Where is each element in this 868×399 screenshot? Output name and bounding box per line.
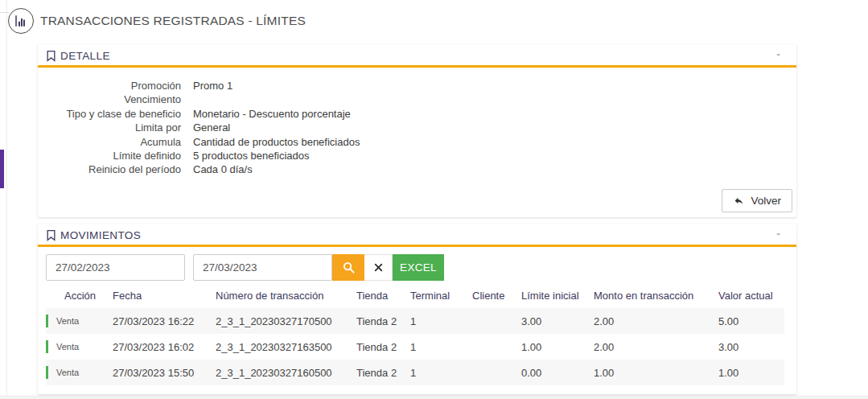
tienda-cell: Tienda 2 xyxy=(356,315,410,327)
field-value: Monetario - Descuento porcentaje xyxy=(193,107,351,121)
field-label: Limita por xyxy=(46,121,181,134)
bookmark-icon xyxy=(46,229,56,241)
field-value: Promo 1 xyxy=(193,79,232,93)
detalle-collapse-button[interactable]: - xyxy=(776,48,780,60)
search-icon xyxy=(342,261,356,274)
numero-cell: 2_3_1_20230327170500 xyxy=(216,315,356,327)
monto-cell: 1.00 xyxy=(594,367,718,379)
detalle-panel: DETALLE - Promoción Promo 1 Vencimiento … xyxy=(38,44,796,217)
field-promocion: Promoción Promo 1 xyxy=(46,79,796,93)
page-title: TRANSACCIONES REGISTRADAS - LÍMITES xyxy=(40,14,306,28)
date-from-input[interactable] xyxy=(46,254,185,281)
movimientos-table: Acción Fecha Número de transacción Tiend… xyxy=(46,283,784,385)
clear-button[interactable] xyxy=(364,254,393,281)
limite-inicial-cell: 1.00 xyxy=(521,341,594,353)
tienda-cell: Tienda 2 xyxy=(356,367,410,379)
numero-cell: 2_3_1_20230327163500 xyxy=(216,341,356,353)
field-value: General xyxy=(193,121,230,134)
fecha-cell: 27/03/2023 16:22 xyxy=(113,315,216,327)
accion-label: Venta xyxy=(56,368,79,377)
field-limite-definido: Límite definido 5 productos beneficiados xyxy=(46,149,796,162)
field-value: Cada 0 día/s xyxy=(193,162,253,176)
accion-label: Venta xyxy=(56,316,79,326)
column-header-accion: Acción xyxy=(46,290,113,302)
column-header-tienda: Tienda xyxy=(356,290,410,302)
field-label: Vencimiento xyxy=(46,93,181,106)
date-to-input[interactable] xyxy=(193,254,332,281)
accion-cell: Venta xyxy=(46,340,113,353)
field-label: Límite definido xyxy=(46,149,181,162)
field-label: Acumula xyxy=(46,135,181,149)
field-label: Tipo y clase de beneficio xyxy=(46,107,181,121)
terminal-cell: 1 xyxy=(410,367,472,379)
field-label: Promoción xyxy=(46,79,181,93)
table-row: Venta 27/03/2023 15:50 2_3_1_20230327160… xyxy=(46,360,784,385)
table-row: Venta 27/03/2023 16:22 2_3_1_20230327170… xyxy=(46,308,784,334)
volver-button-label: Volver xyxy=(751,195,781,207)
column-header-numero: Número de transacción xyxy=(216,290,356,302)
detalle-title: DETALLE xyxy=(60,50,110,62)
bar-chart-icon xyxy=(8,8,34,34)
monto-cell: 2.00 xyxy=(594,341,718,353)
row-status-indicator xyxy=(46,340,48,353)
field-limita-por: Limita por General xyxy=(46,121,796,134)
close-icon xyxy=(373,262,384,273)
excel-export-button[interactable]: EXCEL xyxy=(393,254,444,281)
fecha-cell: 27/03/2023 16:02 xyxy=(113,341,216,353)
page-header: TRANSACCIONES REGISTRADAS - LÍMITES xyxy=(8,8,306,34)
accion-cell: Venta xyxy=(46,315,113,327)
field-label: Reinicio del período xyxy=(46,162,181,176)
table-header-row: Acción Fecha Número de transacción Tiend… xyxy=(46,283,784,308)
valor-actual-cell: 5.00 xyxy=(718,315,784,327)
column-header-valor-actual: Valor actual xyxy=(718,290,784,302)
accion-label: Venta xyxy=(56,342,79,352)
table-row: Venta 27/03/2023 16:02 2_3_1_20230327163… xyxy=(46,334,784,360)
bottom-edge-strip xyxy=(0,395,868,399)
left-guide-line xyxy=(6,0,7,399)
column-header-monto: Monto en transacción xyxy=(594,290,718,302)
tienda-cell: Tienda 2 xyxy=(356,341,410,353)
terminal-cell: 1 xyxy=(410,315,472,327)
column-header-fecha: Fecha xyxy=(113,290,216,302)
column-header-cliente: Cliente xyxy=(472,290,521,302)
back-arrow-icon xyxy=(733,195,745,206)
monto-cell: 2.00 xyxy=(594,315,718,327)
field-value: Cantidad de productos beneficiados xyxy=(193,135,360,149)
detalle-panel-header: DETALLE - xyxy=(38,44,796,68)
limite-inicial-cell: 0.00 xyxy=(521,367,594,379)
fecha-cell: 27/03/2023 15:50 xyxy=(113,367,216,379)
numero-cell: 2_3_1_20230327160500 xyxy=(216,367,356,379)
movimientos-panel-header: MOVIMIENTOS - xyxy=(38,224,796,247)
column-header-terminal: Terminal xyxy=(410,290,472,302)
field-acumula: Acumula Cantidad de productos beneficiad… xyxy=(46,135,796,149)
sidebar-scroll-indicator xyxy=(0,150,4,188)
field-tipo-clase-beneficio: Tipo y clase de beneficio Monetario - De… xyxy=(46,107,796,121)
bookmark-icon xyxy=(46,50,56,62)
row-status-indicator xyxy=(46,366,48,379)
field-value: 5 productos beneficiados xyxy=(193,149,310,162)
valor-actual-cell: 3.00 xyxy=(718,341,784,353)
volver-button[interactable]: Volver xyxy=(722,189,792,212)
search-button[interactable] xyxy=(332,254,364,281)
movimientos-panel: MOVIMIENTOS - EXCEL Acción Fecha xyxy=(38,224,796,394)
terminal-cell: 1 xyxy=(410,341,472,353)
accion-cell: Venta xyxy=(46,366,113,379)
field-vencimiento: Vencimiento xyxy=(46,93,796,106)
movimientos-title: MOVIMIENTOS xyxy=(60,229,141,241)
column-header-limite-inicial: Límite inicial xyxy=(521,290,594,302)
field-reinicio-periodo: Reinicio del período Cada 0 día/s xyxy=(46,162,796,176)
movimientos-collapse-button[interactable]: - xyxy=(776,228,780,239)
filter-row: EXCEL xyxy=(46,254,444,281)
valor-actual-cell: 1.00 xyxy=(718,367,784,379)
limite-inicial-cell: 3.00 xyxy=(521,315,594,327)
detalle-fields: Promoción Promo 1 Vencimiento Tipo y cla… xyxy=(38,68,796,177)
row-status-indicator xyxy=(46,315,48,327)
